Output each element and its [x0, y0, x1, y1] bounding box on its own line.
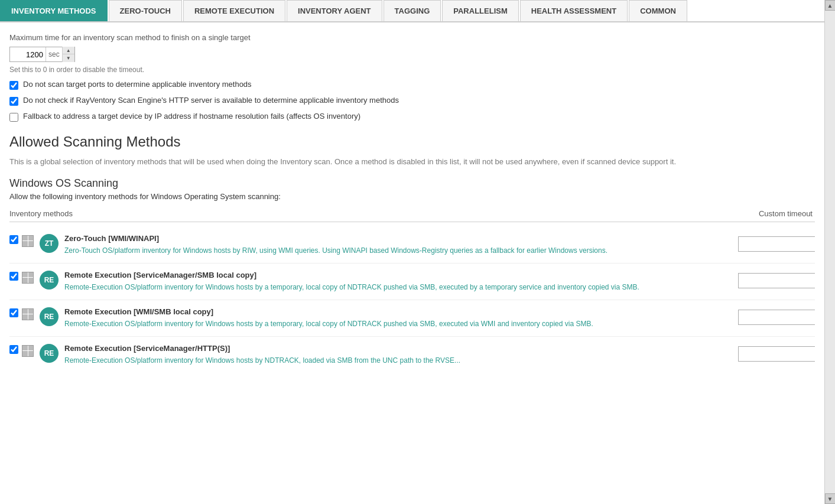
table-header: Inventory methods Custom timeout — [9, 209, 815, 222]
windows-scanning-desc: Allow the following inventory methods fo… — [9, 192, 815, 201]
col-inventory-methods-header: Inventory methods — [9, 209, 73, 218]
timeout-unit: sec — [46, 47, 62, 61]
timeout-label: Maximum time for an inventory scan metho… — [9, 33, 815, 42]
timeout-value-re-http[interactable] — [739, 347, 815, 361]
method-info-zt-wmi: Zero-Touch [WMI/WINAPI] Zero-Touch OS/pl… — [64, 234, 732, 256]
tab-zero-touch[interactable]: ZERO-TOUCH — [109, 0, 182, 21]
timeout-spinner-buttons: ▲ ▼ — [62, 47, 74, 62]
method-row-re-smb: RE Remote Execution [ServiceManager/SMB … — [9, 264, 815, 300]
method-timeout-zt-wmi: sec ▲ ▼ — [738, 234, 815, 252]
timeout-value-re-wmi-smb[interactable] — [739, 310, 824, 324]
tab-tagging[interactable]: TAGGING — [384, 0, 441, 21]
avatar-zt-wmi: ZT — [40, 234, 59, 253]
checkbox-row-2: Do not check if RayVentory Scan Engine's… — [9, 96, 815, 106]
method-info-re-smb: Remote Execution [ServiceManager/SMB loc… — [64, 271, 732, 292]
avatar-re-wmi-smb: RE — [40, 307, 59, 326]
checkbox-no-http-check-label: Do not check if RayVentory Scan Engine's… — [23, 96, 399, 105]
grid-icon-zt-wmi — [22, 235, 34, 247]
checkbox-row-1: Do not scan target ports to determine ap… — [9, 80, 815, 90]
method-title-re-wmi-smb: Remote Execution [WMI/SMB local copy] — [64, 307, 732, 316]
page-wrapper: INVENTORY METHODS ZERO-TOUCH REMOTE EXEC… — [0, 0, 835, 504]
tab-inventory-methods[interactable]: INVENTORY METHODS — [0, 0, 108, 21]
timeout-spinner-row: sec ▲ ▼ — [9, 47, 815, 62]
timeout-input-re-wmi-smb[interactable]: sec ▲ ▼ — [738, 310, 815, 325]
method-check-zt-wmi — [9, 234, 34, 247]
timeout-input-re-http[interactable]: sec ▲ ▼ — [738, 346, 815, 362]
tab-remote-execution[interactable]: REMOTE EXECUTION — [183, 0, 285, 21]
timeout-value-re-smb[interactable] — [739, 274, 824, 288]
checkbox-no-port-scan[interactable] — [9, 81, 18, 90]
checkbox-fallback-ip-label: Fallback to address a target device by I… — [23, 112, 360, 121]
timeout-value-input[interactable] — [10, 47, 46, 61]
method-row-re-http: RE Remote Execution [ServiceManager/HTTP… — [9, 337, 815, 366]
method-check-re-http — [9, 344, 34, 357]
checkbox-no-http-check[interactable] — [9, 97, 18, 106]
avatar-re-smb: RE — [40, 271, 59, 290]
method-timeout-re-wmi-smb: sec ▲ ▼ — [738, 307, 815, 325]
timeout-decrement-button[interactable]: ▼ — [63, 54, 74, 62]
method-timeout-re-http: sec ▲ ▼ — [738, 344, 815, 362]
method-info-re-http: Remote Execution [ServiceManager/HTTP(S)… — [64, 344, 732, 366]
method-title-re-http: Remote Execution [ServiceManager/HTTP(S)… — [64, 344, 732, 353]
method-row-zt-wmi: ZT Zero-Touch [WMI/WINAPI] Zero-Touch OS… — [9, 227, 815, 264]
checkbox-row-3: Fallback to address a target device by I… — [9, 112, 815, 122]
method-checkbox-re-smb[interactable] — [9, 272, 18, 281]
checkbox-no-port-scan-label: Do not scan target ports to determine ap… — [23, 80, 252, 89]
tab-inventory-agent[interactable]: INVENTORY AGENT — [287, 0, 382, 21]
method-info-re-wmi-smb: Remote Execution [WMI/SMB local copy] Re… — [64, 307, 732, 329]
method-checkbox-zt-wmi[interactable] — [9, 235, 18, 244]
timeout-input-re-smb[interactable]: sec ▲ ▼ — [738, 273, 815, 288]
allowed-methods-heading: Allowed Scanning Methods — [9, 134, 815, 150]
scrollbar: ▲ ▼ — [824, 0, 835, 504]
method-timeout-re-smb: sec ▲ ▼ — [738, 271, 815, 288]
method-desc-zt-wmi: Zero-Touch OS/platform inventory for Win… — [64, 245, 732, 256]
method-desc-re-http: Remote-Execution OS/platform inventory f… — [64, 355, 732, 366]
method-row-re-wmi-smb: RE Remote Execution [WMI/SMB local copy]… — [9, 300, 815, 337]
checkbox-fallback-ip[interactable] — [9, 113, 18, 122]
scroll-track[interactable] — [825, 11, 836, 493]
scroll-up-button[interactable]: ▲ — [825, 0, 836, 11]
col-custom-timeout-header: Custom timeout — [759, 209, 815, 218]
method-checkbox-re-http[interactable] — [9, 345, 18, 354]
tab-bar: INVENTORY METHODS ZERO-TOUCH REMOTE EXEC… — [0, 0, 824, 22]
content-area: Maximum time for an inventory scan metho… — [0, 22, 824, 499]
method-title-re-smb: Remote Execution [ServiceManager/SMB loc… — [64, 271, 732, 279]
timeout-value-zt-wmi[interactable] — [739, 237, 824, 251]
method-desc-re-smb: Remote-Execution OS/platform inventory f… — [64, 282, 732, 292]
tab-health-assessment[interactable]: HEALTH ASSESSMENT — [520, 0, 628, 21]
method-title-zt-wmi: Zero-Touch [WMI/WINAPI] — [64, 234, 732, 243]
grid-icon-re-http — [22, 345, 34, 357]
allowed-methods-desc: This is a global selection of inventory … — [9, 156, 815, 168]
timeout-increment-button[interactable]: ▲ — [63, 47, 74, 54]
method-check-re-smb — [9, 271, 34, 284]
windows-scanning-heading: Windows OS Scanning — [9, 177, 815, 190]
main-area: INVENTORY METHODS ZERO-TOUCH REMOTE EXEC… — [0, 0, 824, 504]
tab-common[interactable]: COMMON — [629, 0, 687, 21]
tab-parallelism[interactable]: PARALLELISM — [442, 0, 518, 21]
grid-icon-re-smb — [22, 272, 34, 284]
grid-icon-re-wmi-smb — [22, 308, 34, 320]
timeout-input-zt-wmi[interactable]: sec ▲ ▼ — [738, 236, 815, 252]
timeout-spinner[interactable]: sec ▲ ▼ — [9, 47, 75, 62]
scroll-down-button[interactable]: ▼ — [825, 493, 836, 504]
method-check-re-wmi-smb — [9, 307, 34, 320]
avatar-re-http: RE — [40, 344, 59, 363]
method-desc-re-wmi-smb: Remote-Execution OS/platform inventory f… — [64, 318, 732, 329]
method-checkbox-re-wmi-smb[interactable] — [9, 308, 18, 317]
timeout-hint: Set this to 0 in order to disable the ti… — [9, 66, 815, 74]
